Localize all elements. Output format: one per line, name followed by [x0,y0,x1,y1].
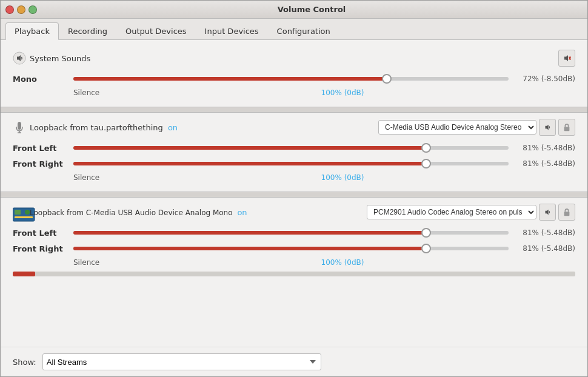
cmedia-lock-icon [563,208,571,216]
section-loopback-tau: Loopback from tau.partofthething on C-Me… [13,119,575,182]
loopback-tau-controls: C-Media USB Audio Device Analog Stereo [378,119,575,136]
cmedia-progress-bar [13,272,575,276]
cmedia-progress-container [13,272,575,276]
cmedia-front-right-label: Front Right [13,244,73,253]
window-title: Volume Control [41,5,583,14]
db-label-2: 100% (0dB) [110,258,575,267]
mono-thumb[interactable] [382,74,392,84]
show-label: Show: [13,358,36,367]
system-sounds-silence-row: Silence 100% (0dB) [13,88,575,97]
loopback-tau-icon [13,121,26,134]
tab-bar: Playback Recording Output Devices Input … [1,19,587,40]
tau-lock-button[interactable] [558,119,575,136]
cmedia-front-right-row: Front Right 81% (-5.48dB) [13,242,575,255]
cmedia-front-left-thumb[interactable] [421,228,431,238]
loopback-tau-title: Loopback from tau.partofthething on [30,123,378,132]
tau-front-right-slider[interactable] [73,158,509,170]
system-sounds-mono-row: Mono 72% (-8.50dB) [13,73,575,85]
section-system-sounds: System Sounds Mono [13,50,575,97]
tau-front-left-label: Front Left [13,144,73,153]
window-controls [5,5,37,14]
mono-track [73,77,509,81]
tau-lock-icon [563,123,571,132]
silence-label-1: Silence [73,173,110,182]
cmedia-front-left-track [73,231,509,235]
tau-front-left-row: Front Left 81% (-5.48dB) [13,142,575,154]
cmedia-on-badge: on [237,208,247,217]
tau-front-right-thumb[interactable] [421,159,431,168]
tau-mute-button[interactable] [539,119,556,136]
cmedia-front-right-fill [73,247,426,250]
cmedia-front-left-slider[interactable] [73,227,509,239]
loopback-cmedia-controls: PCM2901 Audio Codec Analog Stereo on pul… [367,204,575,221]
tab-configuration[interactable]: Configuration [268,22,339,39]
svg-point-8 [25,210,30,215]
tau-front-right-fill [73,162,426,165]
tab-playback[interactable]: Playback [5,22,59,40]
section-loopback-cmedia: Loopback from C-Media USB Audio Device A… [13,204,575,276]
cmedia-mute-button[interactable] [539,204,556,221]
silence-label-2: Silence [73,258,110,267]
tab-output-devices[interactable]: Output Devices [116,22,196,39]
cmedia-device-select[interactable]: PCM2901 Audio Codec Analog Stereo on pul… [367,205,536,219]
loopback-tau-header: Loopback from tau.partofthething on C-Me… [13,119,575,136]
cmedia-front-right-value: 81% (-5.48dB) [509,244,575,253]
cmedia-front-left-label: Front Left [13,229,73,238]
svg-rect-5 [564,127,570,131]
loopback-cmedia-icon [13,205,26,219]
divider-1 [1,107,587,113]
cmedia-front-right-track [73,247,509,250]
mono-label: Mono [13,75,73,84]
system-sounds-title: System Sounds [30,54,558,63]
tab-input-devices[interactable]: Input Devices [196,22,268,39]
divider-2 [1,192,587,198]
db-label-0: 100% (0dB) [110,88,575,97]
show-select[interactable]: All Streams [42,353,321,370]
volume-control-window: Volume Control Playback Recording Output… [0,0,588,377]
cmedia-front-left-value: 81% (-5.48dB) [509,229,575,237]
tau-on-badge: on [168,123,178,132]
cmedia-progress-fill [13,272,35,276]
tau-front-left-thumb[interactable] [421,143,431,153]
loopback-cmedia-title: Loopback from C-Media USB Audio Device A… [30,208,367,217]
main-content: System Sounds Mono [1,40,587,347]
tau-front-left-slider[interactable] [73,142,509,154]
system-sounds-icon [13,52,26,65]
svg-rect-7 [15,210,21,215]
system-sounds-mute-button[interactable] [558,50,575,67]
section-system-sounds-header: System Sounds [13,50,575,67]
loopback-tau-silence-row: Silence 100% (0dB) [13,173,575,182]
close-button[interactable] [5,5,14,14]
system-sounds-controls [558,50,575,67]
mono-slider[interactable] [73,73,509,85]
cmedia-front-right-thumb[interactable] [421,244,431,253]
minimize-button[interactable] [17,5,25,14]
cmedia-lock-button[interactable] [558,204,575,221]
loopback-cmedia-silence-row: Silence 100% (0dB) [13,258,575,267]
tau-front-right-label: Front Right [13,159,73,168]
tau-front-right-value: 81% (-5.48dB) [509,159,575,168]
tau-front-right-track [73,162,509,165]
tau-front-right-row: Front Right 81% (-5.48dB) [13,158,575,170]
tab-recording[interactable]: Recording [59,22,116,39]
svg-rect-10 [564,212,570,216]
tau-front-left-track [73,146,509,150]
tau-device-select[interactable]: C-Media USB Audio Device Analog Stereo [378,120,536,135]
footer: Show: All Streams [1,347,587,376]
tau-speaker-icon [543,123,552,132]
cmedia-front-left-row: Front Left 81% (-5.48dB) [13,227,575,239]
titlebar: Volume Control [1,1,587,19]
cmedia-front-left-fill [73,231,426,235]
speaker-mute-icon [562,53,572,63]
cmedia-speaker-icon [543,208,552,216]
tau-front-left-fill [73,146,426,150]
maximize-button[interactable] [28,5,37,14]
db-label-1: 100% (0dB) [110,173,575,182]
silence-label-0: Silence [73,88,110,97]
loopback-cmedia-header: Loopback from C-Media USB Audio Device A… [13,204,575,221]
tau-front-left-value: 81% (-5.48dB) [509,144,575,152]
mono-fill [73,77,387,81]
mono-value: 72% (-8.50dB) [509,75,575,83]
cmedia-front-right-slider[interactable] [73,242,509,255]
